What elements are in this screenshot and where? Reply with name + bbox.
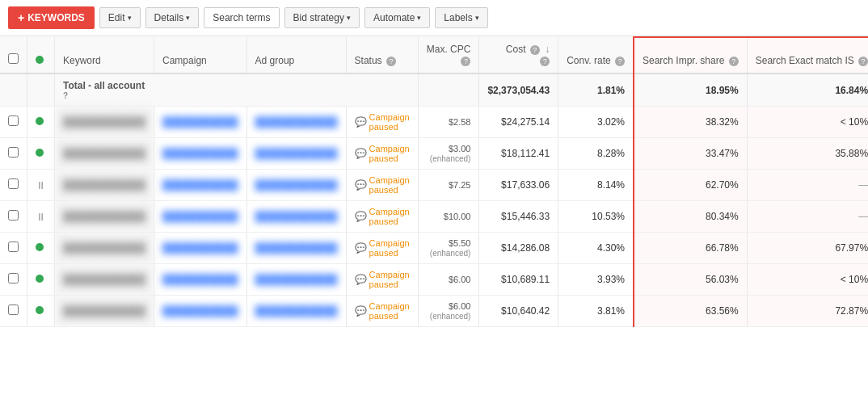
row-3-check-cell (0, 201, 27, 233)
row-3-checkbox[interactable] (8, 210, 19, 220)
row-0-search-exact-cell: < 10% (747, 107, 868, 138)
row-3-status-val-cell: 💬 Campaign paused (346, 201, 418, 233)
row-3-keyword-cell[interactable]: ████████████ (55, 201, 154, 233)
row-2-check-cell (0, 170, 27, 201)
row-2-status-dot-cell: ⏸ (27, 170, 55, 201)
automate-caret-icon: ▾ (417, 14, 421, 22)
row-3-status-dot-cell: ⏸ (27, 201, 55, 233)
labels-button[interactable]: Labels ▾ (435, 7, 487, 28)
row-0-keyword-cell[interactable]: ████████████ (55, 107, 154, 138)
row-2-pause-icon: ⏸ (36, 179, 46, 191)
search-impr-help-icon[interactable]: ? (729, 57, 739, 66)
keyword-col-label: Keyword (63, 55, 101, 66)
row-6-check-cell (0, 296, 27, 327)
total-label-cell: Total - all account ? (55, 74, 419, 107)
maxcpc-col-label: Max. CPC (427, 44, 471, 55)
row-3-search-exact-cell: — (747, 201, 868, 233)
row-4-adgroup-cell[interactable]: ████████████ (246, 233, 346, 264)
th-maxcpc[interactable]: Max. CPC ? (418, 37, 479, 74)
th-conv-rate[interactable]: Conv. rate ? (558, 37, 634, 74)
row-4-checkbox[interactable] (8, 242, 19, 252)
conv-rate-help-icon[interactable]: ? (615, 57, 625, 66)
cost-sort-icon[interactable]: ↓ (545, 44, 550, 55)
row-2-campaign-cell[interactable]: ███████████ (154, 170, 247, 201)
row-1-adgroup-cell[interactable]: ████████████ (246, 138, 346, 170)
row-4-campaign-cell[interactable]: ███████████ (154, 233, 247, 264)
row-4-cost-cell: $14,286.08 (479, 233, 558, 264)
th-cost[interactable]: Cost ? ↓ ? (479, 37, 558, 74)
row-6-checkbox[interactable] (8, 304, 19, 315)
row-5-adgroup-cell[interactable]: ████████████ (246, 264, 346, 296)
row-1-checkbox[interactable] (8, 147, 19, 158)
row-4-status-val: 💬 Campaign paused (355, 238, 410, 258)
search-terms-label: Search terms (213, 12, 270, 23)
row-1-cost-cell: $18,112.41 (479, 138, 558, 170)
row-2-adgroup-cell[interactable]: ████████████ (246, 170, 346, 201)
row-0-checkbox[interactable] (8, 116, 19, 126)
bid-strategy-label: Bid strategy (293, 12, 344, 23)
th-keyword[interactable]: Keyword (55, 37, 154, 74)
details-caret-icon: ▾ (186, 14, 190, 22)
th-campaign[interactable]: Campaign (154, 37, 247, 74)
search-terms-button[interactable]: Search terms (204, 7, 279, 28)
status-help-icon[interactable]: ? (386, 57, 396, 66)
chat-icon-0: 💬 (355, 116, 367, 128)
row-1-keyword-cell[interactable]: ████████████ (55, 138, 154, 170)
row-3-maxcpc-cell: $10.00 (418, 201, 479, 233)
cost-help-icon[interactable]: ? (530, 45, 540, 55)
edit-caret-icon: ▾ (128, 14, 132, 22)
search-exact-help-icon[interactable]: ? (858, 57, 868, 66)
bid-strategy-button[interactable]: Bid strategy ▾ (284, 7, 360, 28)
row-2-status-val-cell: 💬 Campaign paused (346, 170, 418, 201)
adgroup-col-label: Ad group (255, 55, 295, 66)
row-1-conv-rate-cell: 8.28% (558, 138, 634, 170)
row-5-keyword-cell[interactable]: ████████████ (55, 264, 154, 296)
select-all-checkbox[interactable] (8, 53, 19, 64)
automate-button[interactable]: Automate ▾ (364, 7, 430, 28)
row-5-checkbox[interactable] (8, 273, 19, 284)
row-3-campaign-cell[interactable]: ███████████ (154, 201, 247, 233)
toolbar: + KEYWORDS Edit ▾ Details ▾ Search terms… (0, 0, 868, 36)
table-row: ███████████████████████████████████💬 Cam… (0, 107, 868, 138)
row-2-search-impr-cell: 62.70% (634, 170, 747, 201)
row-0-adgroup-cell[interactable]: ████████████ (246, 107, 346, 138)
row-2-keyword-cell[interactable]: ████████████ (55, 170, 154, 201)
row-4-status-val-cell: 💬 Campaign paused (346, 233, 418, 264)
row-1-search-exact-cell: 35.88% (747, 138, 868, 170)
th-status-val[interactable]: Status ? (346, 37, 418, 74)
th-search-impr-share[interactable]: Search Impr. share ? (634, 37, 747, 74)
th-search-exact-match[interactable]: Search Exact match IS ? (747, 37, 868, 74)
cost-help2-icon[interactable]: ? (540, 57, 550, 66)
row-6-status-dot-cell (27, 296, 55, 327)
campaign-col-label: Campaign (162, 55, 207, 66)
th-status-dot (27, 37, 55, 74)
th-select-all[interactable] (0, 37, 27, 74)
total-help-icon[interactable]: ? (63, 91, 68, 100)
row-6-adgroup-cell[interactable]: ████████████ (246, 296, 346, 327)
row-3-adgroup-cell[interactable]: ████████████ (246, 201, 346, 233)
details-button[interactable]: Details ▾ (145, 7, 200, 28)
edit-button[interactable]: Edit ▾ (99, 7, 141, 28)
row-5-status-dot-cell (27, 264, 55, 296)
total-sub-help: ? (63, 91, 410, 100)
keywords-button[interactable]: + KEYWORDS (8, 6, 95, 29)
row-0-status-dot-icon (36, 117, 44, 125)
row-1-campaign-cell[interactable]: ███████████ (154, 138, 247, 170)
row-4-search-exact-cell: 67.97% (747, 233, 868, 264)
row-0-status-val-cell: 💬 Campaign paused (346, 107, 418, 138)
row-4-keyword-cell[interactable]: ████████████ (55, 233, 154, 264)
row-6-cost-cell: $10,640.42 (479, 296, 558, 327)
row-4-status-dot-icon (36, 243, 44, 251)
header-status-dot-icon (36, 56, 44, 64)
chat-icon-5: 💬 (355, 274, 367, 285)
th-adgroup[interactable]: Ad group (246, 37, 346, 74)
row-5-campaign-cell[interactable]: ███████████ (154, 264, 247, 296)
row-0-cost-cell: $24,275.14 (479, 107, 558, 138)
row-2-checkbox[interactable] (8, 178, 19, 189)
row-1-status-val: 💬 Campaign paused (355, 144, 410, 163)
row-6-status-val-cell: 💬 Campaign paused (346, 296, 418, 327)
row-6-keyword-cell[interactable]: ████████████ (55, 296, 154, 327)
maxcpc-help-icon[interactable]: ? (461, 57, 470, 66)
row-6-campaign-cell[interactable]: ███████████ (154, 296, 247, 327)
row-0-campaign-cell[interactable]: ███████████ (154, 107, 247, 138)
